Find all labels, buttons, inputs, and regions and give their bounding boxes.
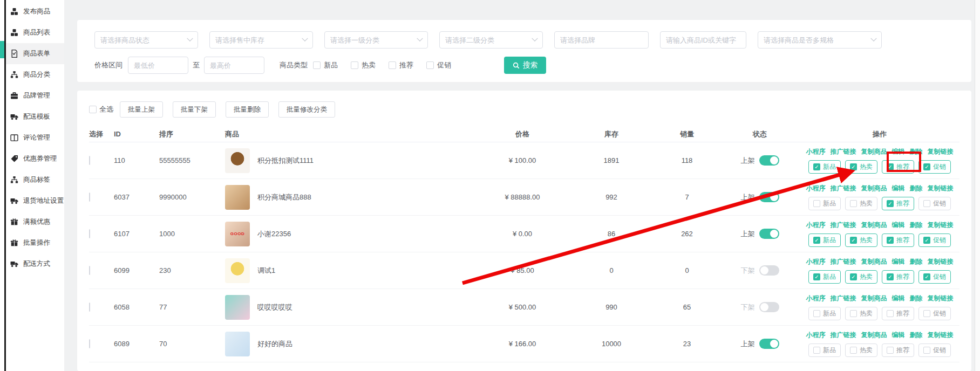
sidebar-item-3[interactable]: 商品表单 [6,43,64,64]
tag-toggle-促销[interactable]: 促销 [918,197,951,210]
status-toggle[interactable] [759,192,779,202]
tag-toggle-促销[interactable]: ✓促销 [918,233,951,247]
bulk-button-2[interactable]: 批量下架 [173,101,216,118]
tag-toggle-新品[interactable]: 新品 [808,307,841,320]
tag-toggle-热卖[interactable]: ✓热卖 [845,270,877,284]
status-toggle[interactable] [759,339,779,349]
action-link-推广链接[interactable]: 推广链接 [831,221,856,230]
sidebar-item-9[interactable]: 商品标签 [6,169,64,190]
action-link-复制商品[interactable]: 复制商品 [861,257,887,266]
tag-toggle-促销[interactable]: ✓促销 [918,270,951,284]
action-link-小程序[interactable]: 小程序 [806,331,826,340]
bulk-button-4[interactable]: 批量修改分类 [278,101,335,118]
action-link-复制链接[interactable]: 复制链接 [928,257,954,266]
filter-field-input[interactable] [764,36,868,44]
filter-select-4[interactable] [439,31,543,49]
type-checkbox[interactable] [351,61,358,69]
action-link-编辑[interactable]: 编辑 [892,257,905,266]
action-link-复制商品[interactable]: 复制商品 [861,331,887,340]
action-link-编辑[interactable]: 编辑 [892,147,905,156]
sidebar-item-10[interactable]: 退货地址设置 [6,190,64,211]
row-select-checkbox[interactable] [89,339,90,348]
action-link-编辑[interactable]: 编辑 [892,184,905,193]
type-option-推荐[interactable]: 推荐 [389,60,413,70]
action-link-推广链接[interactable]: 推广链接 [831,331,856,340]
action-link-删除[interactable]: 删除 [910,257,923,266]
tag-toggle-热卖[interactable]: ✓热卖 [845,160,877,174]
row-select-checkbox[interactable] [89,303,90,312]
filter-select-7[interactable] [758,31,882,49]
tag-toggle-促销[interactable]: 促销 [918,343,951,357]
action-link-小程序[interactable]: 小程序 [806,184,826,193]
action-link-小程序[interactable]: 小程序 [806,221,826,230]
select-all-checkbox[interactable] [89,106,97,113]
filter-input-5[interactable] [554,31,649,49]
min-price-field[interactable] [128,57,188,74]
filter-field-input[interactable] [560,36,643,44]
status-toggle[interactable] [759,229,779,239]
row-select-checkbox[interactable] [89,229,90,238]
type-option-新品[interactable]: 新品 [313,60,338,70]
status-toggle[interactable] [759,265,779,276]
action-link-编辑[interactable]: 编辑 [892,331,905,340]
tag-toggle-新品[interactable]: 新品 [808,343,841,357]
tag-toggle-推荐[interactable]: 推荐 [882,343,914,357]
scrollbar-track[interactable] [975,0,980,371]
tag-toggle-热卖[interactable]: 热卖 [845,343,877,357]
row-select-checkbox[interactable] [89,193,90,202]
type-checkbox[interactable] [389,61,396,69]
tag-toggle-推荐[interactable]: ✓推荐 [882,270,914,284]
type-option-促销[interactable]: 促销 [426,60,451,70]
tag-toggle-推荐[interactable]: ✓推荐 [882,197,914,210]
tag-toggle-新品[interactable]: ✓新品 [808,270,841,284]
sidebar-item-4[interactable]: 商品分类 [6,64,64,85]
action-link-编辑[interactable]: 编辑 [892,221,905,230]
filter-select-1[interactable] [94,31,198,49]
action-link-删除[interactable]: 删除 [910,147,923,156]
sidebar-item-7[interactable]: 评论管理 [6,127,64,148]
tag-toggle-促销[interactable]: ✓促销 [918,160,951,174]
max-price-field[interactable] [204,57,264,74]
row-select-checkbox[interactable] [89,156,90,165]
action-link-删除[interactable]: 删除 [910,331,923,340]
sidebar-item-12[interactable]: 批量操作 [6,232,64,253]
bulk-button-1[interactable]: 批量上架 [120,101,163,118]
sidebar-item-8[interactable]: 优惠券管理 [6,148,64,169]
tag-toggle-热卖[interactable]: 热卖 [845,197,877,210]
action-link-复制商品[interactable]: 复制商品 [861,294,887,303]
sidebar-item-6[interactable]: 配送模板 [6,106,64,127]
sidebar-item-2[interactable]: 商品列表 [6,22,64,43]
action-link-小程序[interactable]: 小程序 [806,294,826,303]
action-link-推广链接[interactable]: 推广链接 [831,147,856,156]
action-link-复制链接[interactable]: 复制链接 [928,147,954,156]
status-toggle[interactable] [759,155,779,166]
tag-toggle-热卖[interactable]: 热卖 [845,307,877,320]
sidebar-item-11[interactable]: 满额优惠 [6,211,64,232]
tag-toggle-新品[interactable]: ✓新品 [808,160,841,174]
action-link-小程序[interactable]: 小程序 [806,147,826,156]
tag-toggle-推荐[interactable]: 推荐 [882,307,914,320]
type-option-热卖[interactable]: 热卖 [351,60,376,70]
sidebar-item-1[interactable]: 发布商品 [6,1,64,22]
tag-toggle-新品[interactable]: 新品 [808,197,841,210]
filter-select-3[interactable] [324,31,428,49]
row-select-checkbox[interactable] [89,266,90,275]
type-checkbox[interactable] [426,61,434,69]
filter-field-input[interactable] [215,36,300,44]
tag-toggle-推荐[interactable]: ✓推荐 [882,160,914,174]
search-button[interactable]: 搜索 [504,57,546,74]
filter-field-input[interactable] [445,36,529,44]
action-link-编辑[interactable]: 编辑 [892,294,905,303]
action-link-复制商品[interactable]: 复制商品 [861,184,887,193]
action-link-推广链接[interactable]: 推广链接 [831,184,856,193]
action-link-删除[interactable]: 删除 [910,184,923,193]
sidebar-item-5[interactable]: 品牌管理 [6,85,64,106]
action-link-删除[interactable]: 删除 [910,221,923,230]
tag-toggle-新品[interactable]: ✓新品 [808,233,841,247]
min-price-input[interactable] [134,61,182,70]
tag-toggle-推荐[interactable]: ✓推荐 [882,233,914,247]
action-link-复制商品[interactable]: 复制商品 [861,147,887,156]
action-link-推广链接[interactable]: 推广链接 [831,294,856,303]
filter-field-input[interactable] [330,36,414,44]
tag-toggle-热卖[interactable]: ✓热卖 [845,233,877,247]
